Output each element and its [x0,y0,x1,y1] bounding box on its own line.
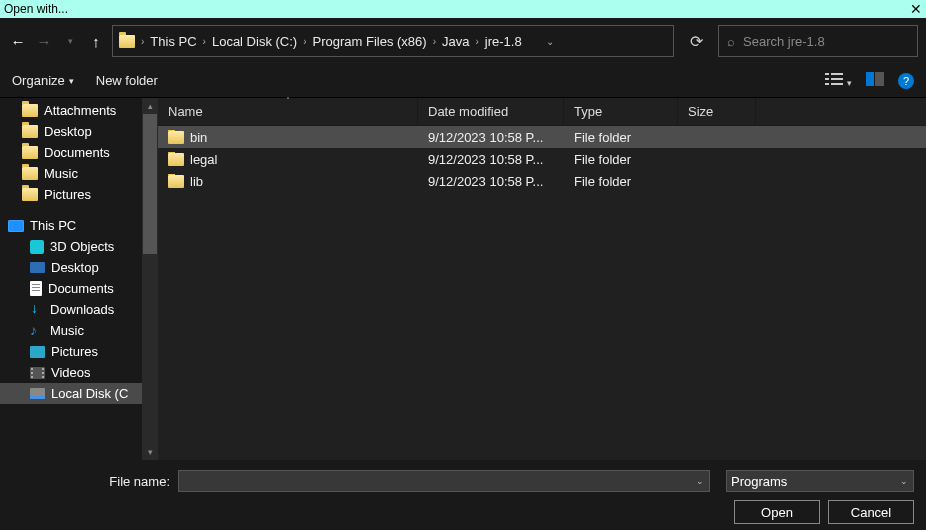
sidebar-item[interactable]: Videos [0,362,158,383]
file-type-select[interactable]: Programs [726,470,914,492]
folder-icon [22,146,38,159]
preview-pane-icon[interactable] [866,72,884,89]
svg-rect-7 [875,72,884,86]
obj-icon [30,240,44,254]
sidebar-item[interactable]: Downloads [0,299,158,320]
file-name: lib [190,174,203,189]
desktop-icon [30,262,45,273]
file-pane: ˄ Name Date modified Type Size bin9/12/2… [158,98,926,460]
table-row[interactable]: bin9/12/2023 10:58 P...File folder [158,126,926,148]
folder-icon [22,167,38,180]
title-bar: Open with... ✕ [0,0,926,18]
file-name: legal [190,152,217,167]
help-icon[interactable]: ? [898,73,914,89]
breadcrumb[interactable]: jre-1.8 [485,34,522,49]
close-icon[interactable]: ✕ [910,4,922,14]
column-size[interactable]: Size [678,98,756,125]
svg-rect-4 [825,83,829,85]
sidebar-item-this-pc[interactable]: This PC [0,215,158,236]
folder-icon [168,153,184,166]
svg-rect-0 [825,73,829,75]
sidebar-item[interactable]: Attachments˄ [0,100,158,121]
sidebar-item-label: Local Disk (C [51,386,128,401]
organize-menu[interactable]: Organize ▾ [12,73,74,88]
file-name-input[interactable] [178,470,710,492]
sidebar-item-label: Music [50,323,84,338]
folder-icon [22,125,38,138]
refresh-button[interactable]: ⟳ [680,25,712,57]
sidebar-item[interactable]: Pictures [0,341,158,362]
sidebar-item[interactable]: ♪Music [0,320,158,341]
search-box[interactable]: ⌕ Search jre-1.8 [718,25,918,57]
sidebar-item[interactable]: Documents [0,278,158,299]
sidebar-item-label: Attachments [44,103,116,118]
footer: File name: ⌄ Programs ⌄ Open Cancel [0,460,926,530]
folder-icon [119,35,135,48]
breadcrumb[interactable]: Java [442,34,469,49]
file-type: File folder [564,130,678,145]
view-details-icon[interactable]: ▾ [825,72,852,89]
sort-indicator-icon: ˄ [286,96,290,105]
address-bar[interactable]: › This PC › Local Disk (C:) › Program Fi… [112,25,674,57]
scroll-up-icon[interactable]: ▴ [142,98,158,114]
pc-icon [8,220,24,232]
chevron-down-icon: ▾ [69,76,74,86]
file-name-label: File name: [12,474,170,489]
sidebar-item[interactable]: Music [0,163,158,184]
scroll-down-icon[interactable]: ▾ [142,444,158,460]
sidebar-item[interactable]: Local Disk (C [0,383,158,404]
file-date: 9/12/2023 10:58 P... [418,152,564,167]
sidebar-scrollbar[interactable]: ▴ ▾ [142,98,158,460]
back-button[interactable]: ← [8,31,28,51]
file-name: bin [190,130,207,145]
breadcrumb[interactable]: Program Files (x86) [313,34,427,49]
file-list: bin9/12/2023 10:58 P...File folderlegal9… [158,126,926,460]
folder-icon [22,188,38,201]
sidebar-item[interactable]: Pictures [0,184,158,205]
svg-rect-6 [866,72,874,86]
cancel-button[interactable]: Cancel [828,500,914,524]
chevron-right-icon[interactable]: › [433,36,436,47]
table-row[interactable]: legal9/12/2023 10:58 P...File folder [158,148,926,170]
sidebar-item[interactable]: Desktop [0,257,158,278]
open-button[interactable]: Open [734,500,820,524]
file-date: 9/12/2023 10:58 P... [418,130,564,145]
folder-icon [168,131,184,144]
chevron-right-icon[interactable]: › [141,36,144,47]
column-name[interactable]: ˄ Name [158,98,418,125]
folder-icon [168,175,184,188]
folder-icon [22,104,38,117]
table-row[interactable]: lib9/12/2023 10:58 P...File folder [158,170,926,192]
sidebar-item-label: Documents [48,281,114,296]
sidebar-item-label: Downloads [50,302,114,317]
column-type[interactable]: Type [564,98,678,125]
up-button[interactable]: ↑ [86,31,106,51]
scroll-thumb[interactable] [143,114,157,254]
chevron-right-icon[interactable]: › [303,36,306,47]
sidebar-item-label: Music [44,166,78,181]
main-area: Attachments˄DesktopDocumentsMusicPicture… [0,98,926,460]
recent-dropdown-icon[interactable]: ▾ [60,31,80,51]
column-date[interactable]: Date modified [418,98,564,125]
breadcrumb[interactable]: This PC [150,34,196,49]
sidebar-item-label: Documents [44,145,110,160]
sidebar: Attachments˄DesktopDocumentsMusicPicture… [0,98,158,460]
breadcrumb[interactable]: Local Disk (C:) [212,34,297,49]
new-folder-button[interactable]: New folder [96,73,158,88]
sidebar-item[interactable]: Documents [0,142,158,163]
svg-rect-5 [831,83,843,85]
nav-row: ← → ▾ ↑ › This PC › Local Disk (C:) › Pr… [0,18,926,64]
sidebar-item-label: Videos [51,365,91,380]
sidebar-item[interactable]: Desktop [0,121,158,142]
forward-button[interactable]: → [34,31,54,51]
search-placeholder: Search jre-1.8 [743,34,825,49]
svg-rect-3 [831,78,843,80]
search-icon: ⌕ [727,34,735,49]
vid-icon [30,367,45,379]
chevron-right-icon[interactable]: › [203,36,206,47]
disk-icon [30,388,45,399]
music-icon: ♪ [30,324,44,338]
chevron-right-icon[interactable]: › [475,36,478,47]
sidebar-item[interactable]: 3D Objects [0,236,158,257]
chevron-down-icon[interactable]: ⌄ [546,36,554,47]
